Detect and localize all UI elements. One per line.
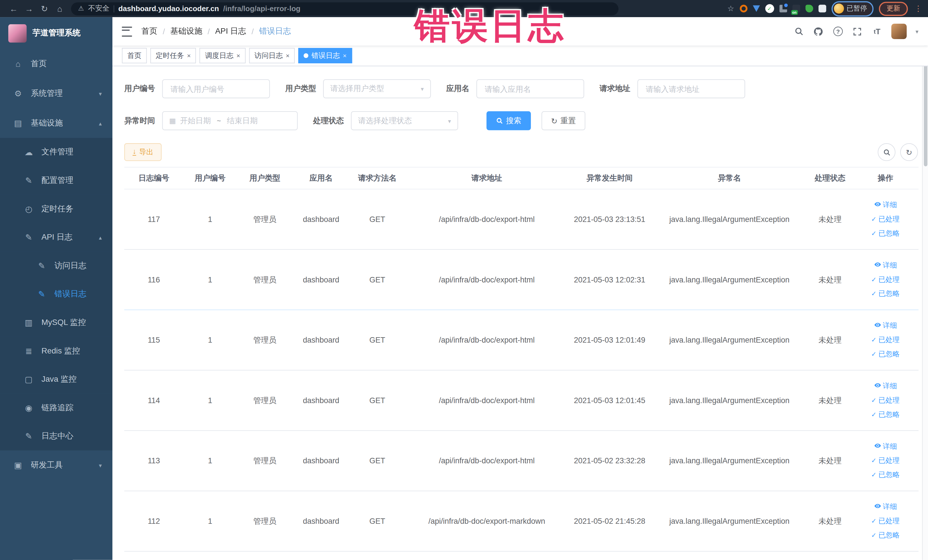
- page-scrollbar[interactable]: [922, 17, 928, 560]
- tab-访问日志[interactable]: 访问日志×: [249, 48, 295, 63]
- detail-link[interactable]: 详细: [874, 320, 897, 331]
- switch-extension-icon[interactable]: on: [792, 5, 800, 12]
- user-type-select[interactable]: 请选择用户类型 ▾: [323, 79, 431, 98]
- search-button[interactable]: 搜索: [486, 111, 531, 130]
- puzzle-extension-icon[interactable]: [818, 5, 826, 12]
- cloud-upload-icon: ☁: [24, 148, 34, 157]
- address-bar[interactable]: ⚠ 不安全 dashboard.yudao.iocoder.cn/infra/l…: [71, 2, 618, 15]
- sidebar-item-label: 基础设施: [31, 118, 63, 128]
- browser-forward-icon[interactable]: →: [21, 4, 37, 13]
- breadcrumb-item[interactable]: API 日志: [215, 26, 246, 37]
- breadcrumb-separator: /: [163, 27, 165, 36]
- chevron-down-icon[interactable]: ▾: [916, 28, 918, 35]
- tab-label: 访问日志: [255, 50, 283, 61]
- app-name-input[interactable]: [484, 84, 577, 94]
- cell-user_id: 1: [183, 215, 237, 224]
- eye-icon: [874, 322, 881, 330]
- tab-首页[interactable]: 首页: [122, 48, 147, 63]
- ignored-link[interactable]: ✓已忽略: [871, 470, 900, 480]
- browser-home-icon[interactable]: ⌂: [52, 4, 68, 13]
- close-icon[interactable]: ×: [187, 52, 191, 60]
- breadcrumb-item[interactable]: 基础设施: [170, 26, 202, 37]
- processed-link[interactable]: ✓已处理: [871, 456, 900, 465]
- shield-extension-icon[interactable]: [752, 5, 760, 12]
- sidebar-item-api-log[interactable]: ✎API 日志▴: [0, 223, 112, 252]
- check-extension-icon[interactable]: ✓: [765, 4, 774, 13]
- sidebar-item-system[interactable]: ⚙系统管理▾: [0, 79, 112, 108]
- user-id-input[interactable]: [169, 84, 263, 94]
- detail-link[interactable]: 详细: [874, 502, 897, 512]
- ignored-link[interactable]: ✓已忽略: [871, 349, 900, 359]
- gear-icon: ⚙: [13, 89, 23, 98]
- cell-status: 未处理: [808, 455, 852, 466]
- help-icon[interactable]: ?: [833, 26, 843, 37]
- cell-url: /api/infra/db-doc/export-html: [405, 456, 568, 465]
- ignored-link[interactable]: ✓已忽略: [871, 289, 900, 299]
- bookmark-star-icon[interactable]: ☆: [727, 4, 734, 13]
- sidebar-item-log-center[interactable]: ✎日志中心: [0, 422, 112, 450]
- processed-link[interactable]: ✓已处理: [871, 275, 900, 285]
- request-url-input[interactable]: [644, 84, 738, 94]
- grid-extension-icon[interactable]: [779, 5, 787, 12]
- action-label: 已忽略: [878, 410, 900, 420]
- sidebar-item-access-log[interactable]: ✎访问日志: [0, 252, 112, 280]
- monitor-icon: ▤: [13, 118, 23, 128]
- tab-定时任务[interactable]: 定时任务×: [150, 48, 196, 63]
- sidebar-item-dev-tools[interactable]: ▣研发工具▾: [0, 450, 112, 480]
- process-status-select[interactable]: 请选择处理状态 ▾: [351, 111, 458, 130]
- processed-link[interactable]: ✓已处理: [871, 395, 900, 405]
- sidebar-item-infra[interactable]: ▤基础设施▴: [0, 108, 112, 138]
- profile-paused-button[interactable]: 已暂停: [831, 1, 873, 16]
- cell-app_name: dashboard: [293, 517, 349, 525]
- cell-app_name: dashboard: [293, 215, 349, 224]
- check-icon: ✓: [871, 230, 877, 237]
- ignored-link[interactable]: ✓已忽略: [871, 229, 900, 238]
- processed-link[interactable]: ✓已处理: [871, 214, 900, 224]
- detail-link[interactable]: 详细: [874, 261, 897, 270]
- sidebar-item-java[interactable]: ▢Java 监控: [0, 365, 112, 394]
- export-button[interactable]: ↓ 导出: [124, 143, 162, 161]
- tab-调度日志[interactable]: 调度日志×: [200, 48, 246, 63]
- cell-status: 未处理: [808, 395, 852, 406]
- sidebar-item-job[interactable]: ◴定时任务: [0, 195, 112, 223]
- close-icon[interactable]: ×: [237, 52, 240, 60]
- detail-link[interactable]: 详细: [874, 200, 897, 210]
- sidebar-item-home[interactable]: ⌂首页: [0, 49, 112, 79]
- sidebar-item-config[interactable]: ✎配置管理: [0, 166, 112, 195]
- search-icon[interactable]: [794, 26, 804, 37]
- detail-link[interactable]: 详细: [874, 442, 897, 452]
- sidebar-item-label: MySQL 监控: [41, 317, 86, 328]
- reset-button[interactable]: ↻ 重置: [542, 111, 585, 130]
- breadcrumb-item[interactable]: 错误日志: [259, 26, 291, 37]
- sidebar-item-redis[interactable]: ≣Redis 监控: [0, 337, 112, 365]
- browser-reload-icon[interactable]: ↻: [37, 4, 52, 13]
- github-icon[interactable]: [813, 26, 824, 37]
- processed-link[interactable]: ✓已处理: [871, 335, 900, 345]
- sidebar-item-trace[interactable]: ◉链路追踪: [0, 394, 112, 422]
- browser-back-icon[interactable]: ←: [6, 4, 21, 13]
- sidebar-item-error-log[interactable]: ✎错误日志: [0, 280, 112, 308]
- log-icon: ✎: [24, 232, 34, 242]
- breadcrumb-item[interactable]: 首页: [142, 26, 157, 37]
- extension-icon[interactable]: [739, 5, 747, 12]
- close-icon[interactable]: ×: [343, 52, 346, 60]
- action-label: 详细: [883, 381, 897, 391]
- tab-错误日志[interactable]: 错误日志×: [298, 48, 352, 63]
- refresh-table-button[interactable]: ↻: [900, 143, 918, 161]
- font-size-icon[interactable]: tT: [872, 26, 882, 37]
- leaf-extension-icon[interactable]: [805, 5, 813, 12]
- sidebar-item-mysql[interactable]: ▥MySQL 监控: [0, 308, 112, 337]
- close-icon[interactable]: ×: [286, 52, 290, 60]
- user-avatar[interactable]: [891, 24, 907, 39]
- toggle-search-button[interactable]: [878, 143, 896, 161]
- fullscreen-icon[interactable]: [852, 26, 863, 37]
- browser-menu-icon[interactable]: ⋮: [914, 4, 922, 13]
- ignored-link[interactable]: ✓已忽略: [871, 530, 900, 540]
- sidebar-item-file[interactable]: ☁文件管理: [0, 138, 112, 166]
- processed-link[interactable]: ✓已处理: [871, 516, 900, 526]
- browser-update-button[interactable]: 更新: [879, 2, 908, 16]
- ignored-link[interactable]: ✓已忽略: [871, 410, 900, 420]
- sidebar-collapse-icon[interactable]: [122, 26, 132, 36]
- exception-time-range-picker[interactable]: ▦ 开始日期 ~ 结束日期: [162, 111, 298, 130]
- detail-link[interactable]: 详细: [874, 381, 897, 391]
